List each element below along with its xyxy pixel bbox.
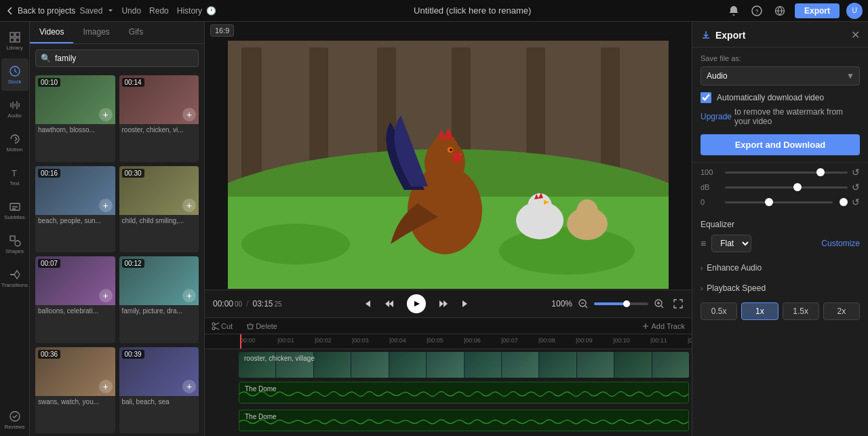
ruler-mark: |00:03 [352, 337, 369, 344]
speed-1-5x-button[interactable]: 1.5x [783, 302, 819, 320]
list-item[interactable]: 00:36 + swans, watch, you... [35, 347, 115, 434]
list-item[interactable]: 00:14 + rooster, chicken, vi... [119, 75, 199, 162]
sidebar-item-motion[interactable]: Motion [1, 126, 28, 159]
speed-0-5x-button[interactable]: 0.5x [701, 302, 737, 320]
list-item[interactable]: 00:39 + bali, beach, sea [119, 347, 199, 434]
cut-button[interactable]: Cut [208, 321, 237, 332]
audio-track-2[interactable]: The Dome [239, 410, 689, 431]
user-avatar[interactable]: U [846, 3, 863, 19]
saved-indicator: Saved [79, 6, 102, 16]
playback-speed-section: › Playback Speed 0.5x 1x 1.5x 2x [692, 278, 868, 327]
delete-button[interactable]: Delete [242, 321, 281, 332]
tab-images[interactable]: Images [73, 22, 119, 43]
export-icon [701, 30, 711, 41]
list-item[interactable]: 00:30 + child, child smiling,... [119, 166, 199, 253]
zoom-in-button[interactable] [654, 298, 665, 309]
media-add-button[interactable]: + [99, 289, 113, 302]
notifications-button[interactable] [726, 3, 742, 19]
panel-header: Export ✕ [692, 22, 868, 47]
eq-customize-button[interactable]: Customize [821, 239, 860, 248]
volume-slider-top[interactable] [725, 172, 848, 174]
saved-chevron-icon [106, 7, 115, 15]
svg-point-36 [453, 152, 461, 163]
sidebar-item-stock[interactable]: Stock [1, 58, 28, 91]
tab-gifs[interactable]: Gifs [119, 22, 153, 43]
volume-0-reset-button[interactable]: ↺ [852, 197, 860, 207]
save-format-section: Save file as: Audio MP4 (HD) MP4 (4K) GI… [692, 47, 868, 163]
media-add-button[interactable]: + [182, 108, 196, 121]
redo-button[interactable]: Redo [146, 5, 172, 17]
export-download-button[interactable]: Export and Download [701, 134, 860, 155]
play-pause-button[interactable] [407, 294, 426, 313]
time-display: 00:00 00 / 03:15 25 [213, 299, 282, 309]
list-item[interactable]: 00:07 + balloons, celebrati... [35, 256, 115, 343]
volume-slider-db[interactable] [725, 186, 848, 189]
add-track-button[interactable]: Add Track [637, 321, 689, 332]
media-thumbnail: 00:30 + [119, 166, 199, 215]
sidebar-item-subtitles[interactable]: Subtitles [1, 194, 28, 226]
upgrade-text: to remove the watermark from your video [734, 107, 860, 126]
audio-track-1[interactable]: The Dome [239, 382, 689, 403]
sidebar-item-reviews[interactable]: Reviews [1, 403, 28, 436]
speed-2x-button[interactable]: 2x [823, 302, 860, 320]
project-title[interactable]: Untitled (click here to rename) [224, 5, 720, 16]
format-select[interactable]: Audio MP4 (HD) MP4 (4K) GIF MP3 [701, 66, 860, 85]
sidebar-item-text[interactable]: T Text [1, 160, 28, 193]
sidebar-item-transitions[interactable]: Transitions [1, 262, 28, 294]
tab-videos[interactable]: Videos [30, 22, 73, 43]
help-button[interactable]: ? [749, 3, 765, 19]
volume-slider-0[interactable] [725, 201, 833, 203]
skip-to-end-button[interactable] [460, 298, 472, 310]
undo-button[interactable]: Undo [119, 5, 144, 17]
sidebar-item-shapes[interactable]: Shapes [1, 228, 28, 260]
frame-thumb [652, 352, 689, 378]
speed-1x-button[interactable]: 1x [741, 302, 778, 320]
media-add-button[interactable]: + [99, 380, 113, 393]
language-button[interactable] [772, 3, 788, 19]
media-add-button[interactable]: + [182, 199, 196, 212]
zoom-out-button[interactable] [578, 298, 589, 309]
media-thumbnail: 00:07 + [35, 256, 115, 305]
media-add-button[interactable]: + [182, 380, 196, 393]
sidebar-label-shapes: Shapes [5, 248, 24, 254]
upgrade-link[interactable]: Upgrade [701, 112, 732, 121]
list-item[interactable]: 00:10 + hawthorn, blosso... [35, 75, 115, 162]
svg-rect-3 [10, 33, 14, 37]
sidebar-item-library[interactable]: Library [1, 24, 28, 57]
frame-thumb [465, 352, 502, 378]
history-button[interactable]: History 🕐 [174, 5, 220, 17]
media-thumbnail: 00:16 + [35, 166, 115, 215]
video-track[interactable]: rooster, chicken, village [239, 352, 689, 378]
frame-thumb [351, 352, 389, 378]
rewind-button[interactable] [384, 298, 396, 310]
media-add-button[interactable]: + [99, 108, 113, 121]
list-item[interactable]: 00:12 + family, picture, dra... [119, 256, 199, 343]
enhance-audio-section[interactable]: › Enhance Audio [692, 258, 868, 278]
auto-download-checkbox[interactable] [701, 92, 711, 103]
list-item[interactable]: 00:16 + beach, people, sun... [35, 166, 115, 253]
volume-reset-button[interactable]: ↺ [852, 167, 860, 178]
current-time: 00:00 [213, 299, 233, 309]
panel-close-button[interactable]: ✕ [851, 28, 860, 41]
sidebar-item-audio[interactable]: Audio [1, 92, 28, 125]
table-row: rooster, chicken, village [205, 352, 692, 378]
search-input[interactable] [35, 49, 199, 67]
fullscreen-button[interactable] [673, 298, 684, 309]
export-button[interactable]: Export [795, 3, 840, 18]
back-to-projects-button[interactable]: Back to projects [5, 6, 75, 16]
ruler-mark: |00:12 [688, 337, 692, 344]
eq-select-wrap: Flat [711, 235, 816, 252]
media-add-button[interactable]: + [99, 199, 113, 212]
zoom-slider[interactable] [594, 302, 648, 305]
skip-to-start-button[interactable] [361, 298, 373, 310]
svg-rect-4 [16, 33, 20, 37]
media-thumbnail: 00:14 + [119, 75, 199, 124]
volume-db-reset-button[interactable]: ↺ [852, 182, 860, 193]
equalizer-select[interactable]: Flat [711, 235, 751, 252]
playback-speed-header[interactable]: › Playback Speed [692, 278, 868, 298]
fast-forward-button[interactable] [437, 298, 449, 310]
ruler-mark: |00:05 [427, 337, 443, 344]
media-add-button[interactable]: + [182, 289, 196, 302]
volume-section: 100 ↺ dB ↺ 0 ↺ [692, 163, 868, 216]
frame-thumb [427, 352, 464, 378]
